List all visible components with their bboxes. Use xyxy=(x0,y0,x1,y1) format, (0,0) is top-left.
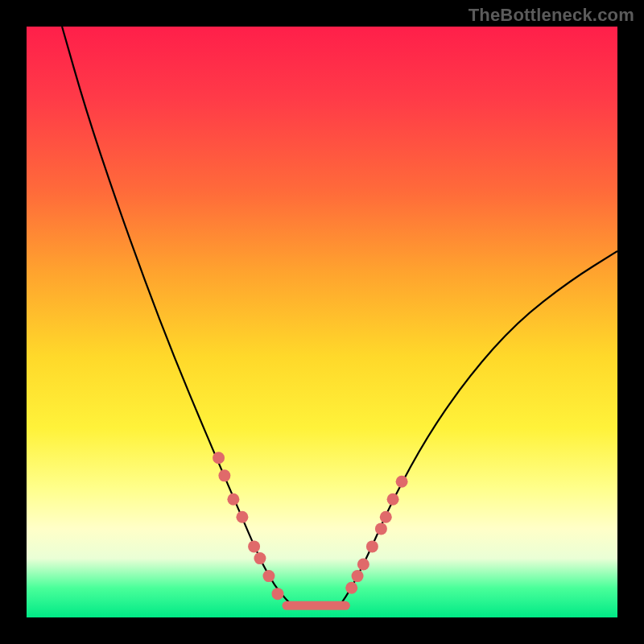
chart-svg xyxy=(27,27,617,617)
data-point-marker xyxy=(262,570,275,582)
curve-right xyxy=(340,251,617,605)
data-point-marker xyxy=(352,570,364,582)
plot-area xyxy=(27,27,617,617)
markers-right-group xyxy=(345,476,407,594)
data-point-marker xyxy=(218,469,230,481)
markers-left-group xyxy=(213,452,283,600)
curve-left xyxy=(62,27,340,605)
data-point-marker xyxy=(357,558,369,570)
data-point-marker xyxy=(254,552,266,564)
data-point-marker xyxy=(366,540,378,552)
data-point-marker xyxy=(375,522,387,535)
data-point-marker xyxy=(236,511,248,523)
data-point-marker xyxy=(387,493,399,506)
watermark-text: TheBottleneck.com xyxy=(469,5,634,26)
data-point-marker xyxy=(380,511,392,523)
data-point-marker xyxy=(213,452,225,464)
data-point-marker xyxy=(345,582,357,594)
data-point-marker xyxy=(271,588,283,600)
data-point-marker xyxy=(227,493,239,506)
data-point-marker xyxy=(396,476,408,488)
chart-frame: TheBottleneck.com xyxy=(0,0,644,644)
data-point-marker xyxy=(248,540,260,552)
